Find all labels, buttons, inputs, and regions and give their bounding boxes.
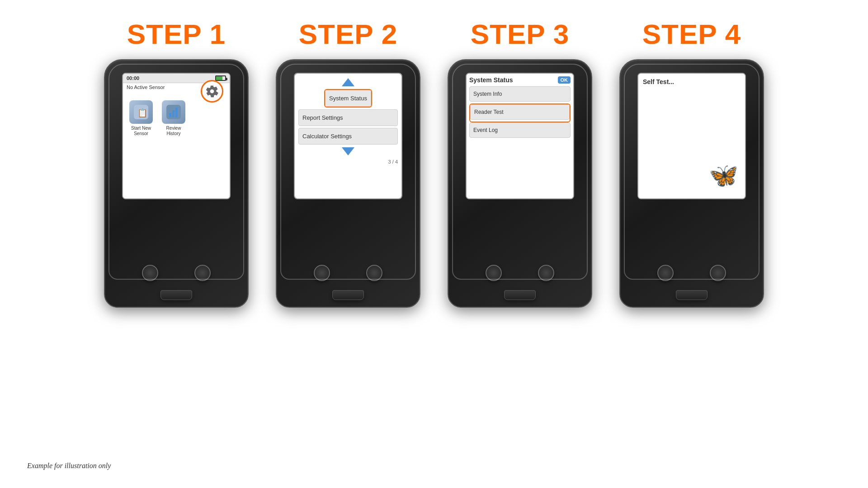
step-1-screen: 00:00 No Active Sensor — [122, 73, 231, 199]
step4-button-row — [657, 265, 726, 281]
page-indicator: 3 / 4 — [388, 159, 398, 164]
left-button[interactable] — [486, 265, 502, 281]
port-connector — [676, 290, 708, 300]
step2-menu: System Status Report Settings Calculator… — [295, 74, 401, 198]
right-button[interactable] — [710, 265, 726, 281]
step3-button-row — [486, 265, 554, 281]
step-1-title: STEP 1 — [127, 18, 226, 50]
right-button[interactable] — [538, 265, 554, 281]
port-connector — [332, 290, 364, 300]
step2-button-row — [314, 265, 382, 281]
right-button[interactable] — [366, 265, 382, 281]
step-3-screen: System Status OK System Info Reader Test… — [466, 73, 574, 199]
right-button[interactable] — [194, 265, 211, 281]
step-2-column: STEP 2 System Status Report Settings Cal… — [276, 18, 420, 308]
reader-test-highlight: Reader Test — [469, 103, 571, 122]
left-button[interactable] — [314, 265, 330, 281]
scroll-up-arrow — [342, 78, 354, 86]
battery-icon — [215, 75, 226, 81]
review-history-label: ReviewHistory — [166, 126, 181, 136]
step-4-title: STEP 4 — [642, 18, 741, 50]
gear-circle-highlight — [201, 80, 223, 103]
step1-button-row — [142, 265, 211, 281]
step3-screen-title: System Status — [469, 76, 513, 84]
step4-content: Self Test... 🦋 — [638, 74, 745, 198]
step-2-device: System Status Report Settings Calculator… — [276, 59, 420, 308]
main-content: STEP 1 00:00 No Active Sensor — [0, 0, 868, 317]
step-3-title: STEP 3 — [471, 18, 570, 50]
port-connector — [160, 290, 192, 300]
step4-device-bottom — [620, 262, 763, 307]
calculator-settings-item[interactable]: Calculator Settings — [298, 128, 398, 145]
left-button[interactable] — [142, 265, 158, 281]
step1-device-bottom — [105, 262, 248, 307]
step-1-device: 00:00 No Active Sensor — [104, 59, 249, 308]
svg-rect-5 — [175, 108, 178, 117]
start-sensor-icon-block: 📋 Start NewSensor — [129, 100, 153, 136]
system-info-item[interactable]: System Info — [469, 86, 571, 102]
step3-menu: System Status OK System Info Reader Test… — [467, 74, 573, 198]
start-sensor-label: Start NewSensor — [131, 126, 151, 136]
start-sensor-icon: 📋 — [129, 100, 153, 124]
step-4-device: Self Test... 🦋 — [619, 59, 764, 308]
step-2-screen: System Status Report Settings Calculator… — [294, 73, 402, 199]
step-4-column: STEP 4 Self Test... 🦋 — [619, 18, 764, 308]
self-test-text: Self Test... — [643, 78, 741, 85]
step-4-screen: Self Test... 🦋 — [637, 73, 746, 199]
svg-text:📋: 📋 — [137, 108, 148, 118]
step3-title-bar: System Status OK — [469, 76, 571, 84]
system-status-highlight: System Status — [324, 89, 372, 108]
ok-badge[interactable]: OK — [558, 76, 571, 84]
review-history-icon-block: ReviewHistory — [162, 100, 185, 136]
step-2-title: STEP 2 — [299, 18, 398, 50]
left-button[interactable] — [657, 265, 674, 281]
review-history-icon — [162, 100, 185, 124]
step2-device-bottom — [277, 262, 420, 307]
report-settings-item[interactable]: Report Settings — [298, 109, 398, 126]
step-3-column: STEP 3 System Status OK System Info Read… — [448, 18, 592, 308]
reader-test-item[interactable]: Reader Test — [470, 104, 570, 120]
svg-rect-4 — [172, 110, 175, 117]
system-status-item[interactable]: System Status — [325, 90, 371, 107]
port-connector — [504, 290, 536, 300]
step-3-device: System Status OK System Info Reader Test… — [448, 59, 592, 308]
footnote: Example for illustration only — [27, 462, 111, 470]
scroll-down-arrow — [342, 147, 354, 155]
step1-time: 00:00 — [127, 75, 139, 81]
step3-device-bottom — [448, 262, 591, 307]
butterfly-icon: 🦋 — [709, 162, 738, 189]
event-log-item[interactable]: Event Log — [469, 122, 571, 138]
svg-rect-3 — [169, 113, 171, 117]
step-1-column: STEP 1 00:00 No Active Sensor — [104, 18, 249, 308]
gear-icon — [205, 84, 219, 98]
